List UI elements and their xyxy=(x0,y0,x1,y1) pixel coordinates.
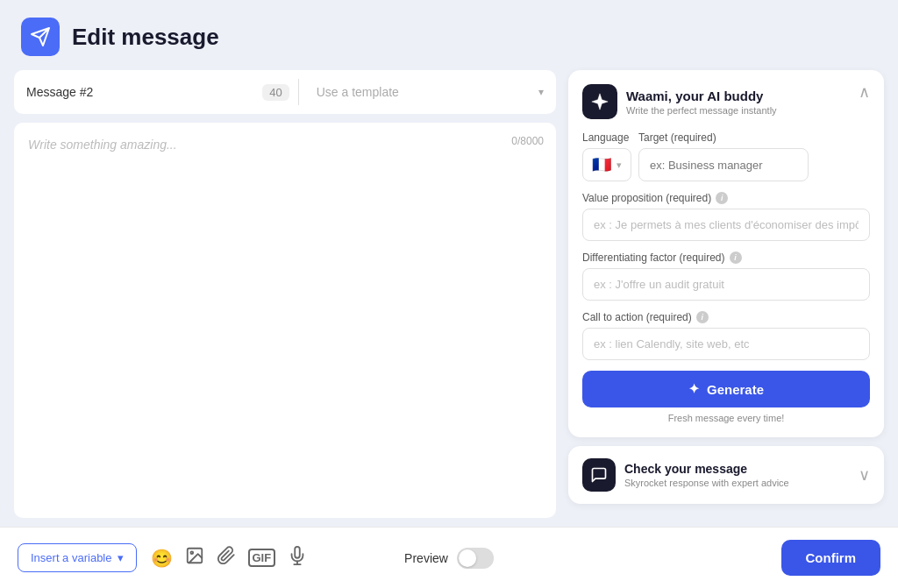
cta-label: Call to action (required) i xyxy=(582,311,870,323)
target-input[interactable] xyxy=(638,148,809,181)
svg-point-1 xyxy=(190,551,193,554)
check-text: Check your message Skyrocket response wi… xyxy=(624,462,789,488)
check-card-subtitle: Skyrocket response with expert advice xyxy=(624,478,789,488)
language-chevron-icon: ▾ xyxy=(616,159,622,171)
bottom-toolbar: Insert a variable ▾ 😊 GIF xyxy=(0,527,898,588)
ai-card-title: Waami, your AI buddy xyxy=(626,89,777,103)
sparkle-btn-icon: ✦ xyxy=(688,381,700,397)
ai-card: Waami, your AI buddy Write the perfect m… xyxy=(568,70,884,437)
page-header: Edit message xyxy=(0,0,898,70)
cta-field: Call to action (required) i xyxy=(582,311,870,360)
image-icon[interactable] xyxy=(185,546,204,570)
ai-title-text: Waami, your AI buddy Write the perfect m… xyxy=(626,89,777,116)
diff-factor-input[interactable] xyxy=(582,268,870,301)
chevron-down-icon: ▾ xyxy=(538,86,544,98)
chat-bubble-icon xyxy=(590,466,608,484)
main-layout: Message #2 40 Use a template ▾ 0/8000 Wr… xyxy=(0,70,898,518)
message-name: Message #2 xyxy=(26,85,253,99)
app-icon xyxy=(21,18,60,56)
emoji-icon[interactable]: 😊 xyxy=(151,548,173,569)
language-field: Language 🇫🇷 ▾ xyxy=(582,131,631,181)
flag-icon: 🇫🇷 xyxy=(592,155,611,174)
preview-toggle[interactable] xyxy=(457,548,494,569)
generate-button[interactable]: ✦ Generate xyxy=(582,371,870,407)
template-dropdown[interactable]: Use a template ▾ xyxy=(308,85,544,99)
diff-factor-label: Differentiating factor (required) i xyxy=(582,251,870,264)
preview-section: Preview xyxy=(404,548,494,569)
info-icon-2: i xyxy=(730,251,742,264)
check-card-left: Check your message Skyrocket response wi… xyxy=(582,458,789,492)
language-target-row: Language 🇫🇷 ▾ Target (required) xyxy=(582,131,870,181)
sparkle-icon xyxy=(590,92,609,111)
char-counter: 0/8000 xyxy=(511,135,544,147)
check-message-card[interactable]: Check your message Skyrocket response wi… xyxy=(568,446,884,504)
message-bar: Message #2 40 Use a template ▾ xyxy=(14,70,556,114)
collapse-button[interactable]: ∧ xyxy=(859,84,870,100)
generate-label: Generate xyxy=(707,382,764,397)
paper-plane-icon xyxy=(30,26,51,47)
ai-card-subtitle: Write the perfect message instantly xyxy=(626,105,777,116)
diff-factor-field: Differentiating factor (required) i xyxy=(582,251,870,301)
target-field: Target (required) xyxy=(638,131,870,181)
check-expand-icon[interactable]: ∨ xyxy=(859,467,870,483)
target-label: Target (required) xyxy=(638,131,870,144)
microphone-icon[interactable] xyxy=(288,546,307,570)
gif-icon[interactable]: GIF xyxy=(248,549,276,567)
check-card-title: Check your message xyxy=(624,462,789,476)
value-prop-input[interactable] xyxy=(582,209,870,241)
preview-label: Preview xyxy=(404,551,448,565)
info-icon-3: i xyxy=(696,311,709,323)
left-toolbar-group: Insert a variable ▾ 😊 GIF xyxy=(18,543,307,572)
insert-chevron-icon: ▾ xyxy=(118,551,124,564)
divider xyxy=(298,79,299,105)
message-count: 40 xyxy=(262,84,289,101)
cta-input[interactable] xyxy=(582,328,870,360)
editor-placeholder: Write something amazing... xyxy=(28,138,177,152)
insert-variable-label: Insert a variable xyxy=(31,551,112,564)
check-message-icon xyxy=(582,458,616,492)
toolbar-icons: 😊 GIF xyxy=(151,546,308,570)
paperclip-icon[interactable] xyxy=(217,546,236,570)
left-panel: Message #2 40 Use a template ▾ 0/8000 Wr… xyxy=(14,70,568,518)
toggle-knob xyxy=(459,549,476,567)
template-placeholder: Use a template xyxy=(317,85,399,99)
message-editor[interactable]: 0/8000 Write something amazing... xyxy=(14,123,556,518)
ai-card-header: Waami, your AI buddy Write the perfect m… xyxy=(582,84,870,119)
generate-subtext: Fresh message every time! xyxy=(582,413,870,423)
ai-title-group: Waami, your AI buddy Write the perfect m… xyxy=(582,84,777,119)
insert-variable-button[interactable]: Insert a variable ▾ xyxy=(18,543,137,572)
value-prop-label: Value proposition (required) i xyxy=(582,192,870,204)
language-select[interactable]: 🇫🇷 ▾ xyxy=(582,148,631,181)
waami-icon xyxy=(582,84,617,119)
confirm-button[interactable]: Confirm xyxy=(781,540,881,576)
value-prop-field: Value proposition (required) i xyxy=(582,192,870,241)
language-label: Language xyxy=(582,131,631,144)
info-icon: i xyxy=(716,192,728,204)
right-panel: Waami, your AI buddy Write the perfect m… xyxy=(568,70,884,518)
page-title: Edit message xyxy=(72,24,219,51)
